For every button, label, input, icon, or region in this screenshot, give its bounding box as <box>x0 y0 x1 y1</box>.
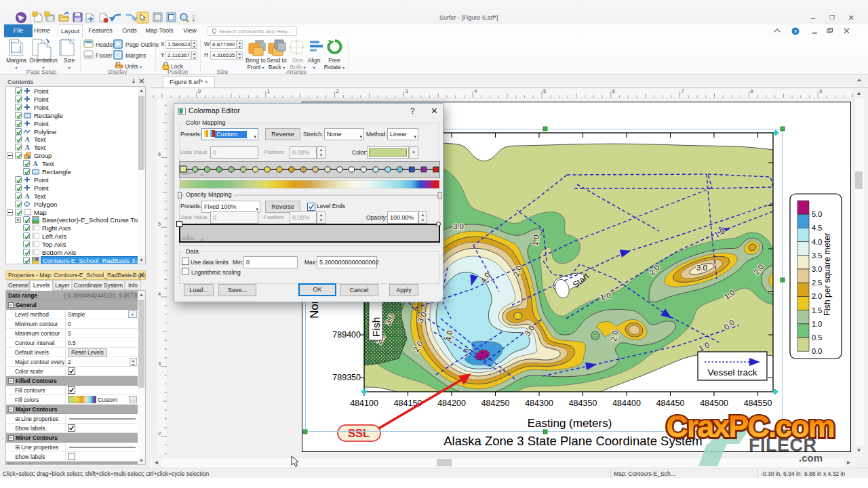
svg-text:4.0: 4.0 <box>812 238 822 246</box>
svg-text:.com: .com <box>799 452 823 464</box>
svg-text:2.0: 2.0 <box>812 292 822 300</box>
svg-text:0: 0 <box>198 88 201 94</box>
svg-text:2: 2 <box>158 430 161 436</box>
svg-text:484300: 484300 <box>525 399 553 408</box>
svg-text:?: ? <box>794 28 797 35</box>
svg-text:484250: 484250 <box>481 399 510 408</box>
svg-text:A: A <box>24 192 30 200</box>
svg-text:Vessel track: Vessel track <box>708 367 757 378</box>
svg-text:SSL: SSL <box>348 427 370 439</box>
svg-text:6: 6 <box>158 151 161 157</box>
svg-text:3: 3 <box>405 88 408 94</box>
svg-text:2.5: 2.5 <box>812 279 822 287</box>
svg-text:3.0: 3.0 <box>696 264 707 272</box>
svg-text:3: 3 <box>158 361 161 367</box>
svg-text:A: A <box>24 136 30 143</box>
svg-text:484200: 484200 <box>437 399 466 408</box>
svg-text:3.0: 3.0 <box>812 265 822 273</box>
svg-text:Easting (meters): Easting (meters) <box>528 417 612 430</box>
svg-text:0.0: 0.0 <box>812 347 822 355</box>
svg-text:789350: 789350 <box>332 373 361 382</box>
svg-text:1: 1 <box>267 88 270 94</box>
svg-text:2: 2 <box>336 88 339 94</box>
svg-text:0.5: 0.5 <box>812 333 822 342</box>
svg-text:4: 4 <box>158 291 161 297</box>
svg-text:A: A <box>24 144 30 151</box>
svg-text:4.5: 4.5 <box>812 224 822 232</box>
svg-text:1.5: 1.5 <box>812 306 822 314</box>
svg-text:Fish per square meter: Fish per square meter <box>823 233 832 316</box>
svg-text:789400: 789400 <box>332 330 361 340</box>
svg-text:5.0: 5.0 <box>812 210 822 218</box>
svg-text:Fish: Fish <box>370 317 382 337</box>
svg-text:in: in <box>116 62 118 65</box>
svg-text:9: 9 <box>819 88 822 94</box>
svg-text:484350: 484350 <box>569 399 597 408</box>
svg-text:5: 5 <box>158 221 161 227</box>
svg-text:7: 7 <box>682 88 684 94</box>
svg-text:3.0: 3.0 <box>453 222 464 230</box>
svg-text:6: 6 <box>612 88 615 94</box>
svg-text:4: 4 <box>474 88 477 94</box>
svg-text:484100: 484100 <box>350 399 378 408</box>
svg-text:5: 5 <box>543 88 546 94</box>
svg-text:1.0: 1.0 <box>812 320 822 328</box>
svg-text:cm: cm <box>117 66 120 68</box>
svg-text:3.5: 3.5 <box>812 251 822 260</box>
svg-text:8: 8 <box>750 88 753 94</box>
svg-text:A: A <box>33 160 38 167</box>
